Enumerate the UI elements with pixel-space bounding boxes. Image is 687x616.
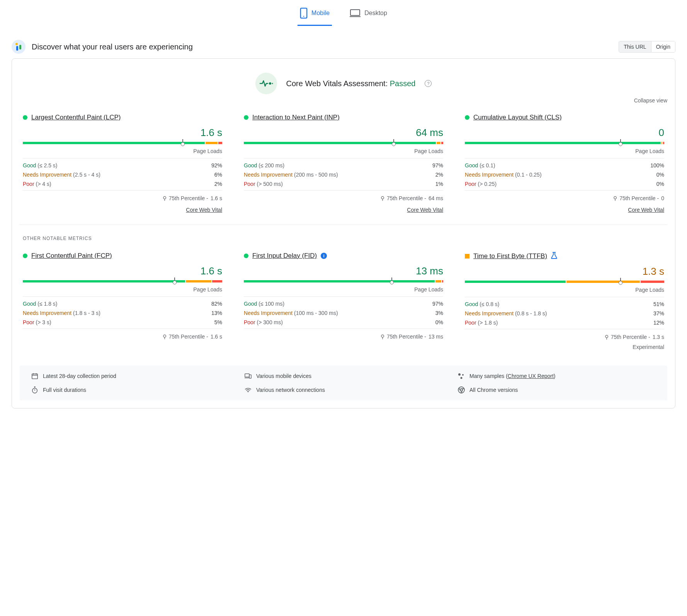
- svg-point-9: [462, 374, 464, 376]
- percentile-marker-icon: [182, 139, 183, 142]
- metric-inp-value: 64 ms: [244, 127, 443, 139]
- percentile-marker-icon: [620, 139, 621, 142]
- metric-fcp-name[interactable]: First Contentful Paint (FCP): [31, 252, 112, 260]
- percentile-row: ⚲75th Percentile - 1.3 s: [465, 334, 664, 340]
- pin-icon: ⚲: [381, 195, 384, 201]
- cwv-metrics-grid: Largest Contentful Paint (LCP) 1.6 s Pag…: [20, 114, 667, 225]
- metric-fcp-value: 1.6 s: [23, 265, 222, 277]
- cwv-link[interactable]: Core Web Vital: [186, 207, 222, 213]
- page-loads-label: Page Loads: [244, 148, 443, 154]
- scope-origin[interactable]: Origin: [651, 41, 675, 52]
- svg-rect-2: [350, 10, 360, 15]
- page-title: Discover what your real users are experi…: [32, 43, 193, 51]
- metric-fid-name[interactable]: First Input Delay (FID): [252, 252, 317, 260]
- footer-info: Latest 28-day collection period Various …: [20, 366, 667, 400]
- svg-rect-5: [32, 374, 37, 379]
- status-dot-icon: [244, 115, 248, 120]
- pin-icon: ⚲: [605, 334, 609, 340]
- experimental-label: Experimental: [465, 344, 664, 350]
- assessment-row: Core Web Vitals Assessment: Passed ?: [20, 73, 667, 94]
- percentile-marker-icon: [174, 277, 175, 281]
- pin-icon: ⚲: [381, 334, 384, 340]
- metric-fcp: First Contentful Paint (FCP) 1.6 s Page …: [20, 252, 225, 362]
- metric-inp: Interaction to Next Paint (INP) 64 ms Pa…: [241, 114, 446, 225]
- wifi-icon: [245, 386, 252, 393]
- header-row: Discover what your real users are experi…: [12, 40, 675, 54]
- other-metrics-title: OTHER NOTABLE METRICS: [23, 236, 667, 241]
- svg-point-4: [272, 83, 273, 84]
- metric-lcp-bar: [23, 142, 222, 144]
- chrome-icon: [458, 386, 465, 393]
- metric-ttfb-name[interactable]: Time to First Byte (TTFB): [473, 252, 547, 260]
- percentile-row: ⚲75th Percentile - 64 ms: [244, 195, 443, 201]
- percentile-row: ⚲75th Percentile - 1.6 s: [23, 334, 222, 340]
- svg-point-10: [461, 377, 463, 379]
- help-icon[interactable]: ?: [425, 80, 432, 87]
- percentile-marker-icon: [391, 277, 392, 281]
- collapse-view-link[interactable]: Collapse view: [634, 97, 667, 104]
- percentile-row: ⚲75th Percentile - 13 ms: [244, 334, 443, 340]
- svg-rect-6: [245, 374, 249, 377]
- desktop-icon: [350, 9, 361, 18]
- metric-ttfb-bar: [465, 281, 664, 283]
- svg-point-1: [303, 16, 304, 17]
- metric-lcp-value: 1.6 s: [23, 127, 222, 139]
- page-loads-label: Page Loads: [23, 148, 222, 154]
- scatter-icon: [458, 373, 465, 379]
- metric-ttfb: Time to First Byte (TTFB) 1.3 s Page Loa…: [462, 252, 667, 362]
- footer-durations: Full visit durations: [31, 386, 229, 393]
- metric-fid-value: 13 ms: [244, 265, 443, 277]
- flask-icon[interactable]: [551, 252, 557, 260]
- page-loads-label: Page Loads: [244, 286, 443, 293]
- svg-point-12: [248, 392, 248, 393]
- assessment-text: Core Web Vitals Assessment: Passed: [286, 79, 416, 88]
- status-dot-icon: [244, 254, 248, 258]
- assessment-status: Passed: [390, 79, 416, 88]
- status-square-icon: [465, 254, 469, 259]
- metric-lcp: Largest Contentful Paint (LCP) 1.6 s Pag…: [20, 114, 225, 225]
- cwv-link[interactable]: Core Web Vital: [628, 207, 664, 213]
- footer-period: Latest 28-day collection period: [31, 373, 229, 379]
- pin-icon: ⚲: [613, 195, 617, 201]
- pulse-icon: [255, 73, 277, 94]
- metric-fcp-bar: [23, 280, 222, 282]
- device-tabs: Mobile Desktop: [12, 4, 675, 26]
- other-metrics-grid: First Contentful Paint (FCP) 1.6 s Page …: [20, 252, 667, 362]
- tab-mobile[interactable]: Mobile: [298, 4, 332, 26]
- metric-inp-name[interactable]: Interaction to Next Paint (INP): [252, 114, 340, 121]
- status-dot-icon: [23, 115, 27, 120]
- devices-icon: [245, 373, 252, 379]
- cwv-link[interactable]: Core Web Vital: [407, 207, 443, 213]
- stopwatch-icon: [31, 386, 38, 393]
- field-data-icon: [12, 40, 26, 54]
- status-dot-icon: [23, 254, 27, 258]
- metric-fid: First Input Delay (FID) i 13 ms Page Loa…: [241, 252, 446, 362]
- metric-cls-name[interactable]: Cumulative Layout Shift (CLS): [473, 114, 562, 121]
- footer-network: Various network connections: [245, 386, 442, 393]
- info-icon[interactable]: i: [321, 253, 327, 259]
- svg-point-3: [269, 82, 271, 85]
- pin-icon: ⚲: [163, 195, 167, 201]
- percentile-row: ⚲75th Percentile - 0: [465, 195, 664, 201]
- chrome-ux-report-link[interactable]: Chrome UX Report: [508, 373, 554, 379]
- page-loads-label: Page Loads: [23, 286, 222, 293]
- footer-chrome: All Chrome versions: [458, 386, 656, 393]
- metric-fid-bar: [244, 280, 443, 282]
- footer-samples: Many samples (Chrome UX Report): [458, 373, 656, 379]
- tab-desktop[interactable]: Desktop: [347, 4, 389, 26]
- page-loads-label: Page Loads: [465, 287, 664, 293]
- scope-this-url[interactable]: This URL: [619, 41, 651, 52]
- metric-cls-bar: [465, 142, 664, 144]
- pin-icon: ⚲: [163, 334, 167, 340]
- header-left: Discover what your real users are experi…: [12, 40, 193, 54]
- collapse-row: Collapse view: [20, 97, 667, 114]
- scope-toggle: This URL Origin: [619, 41, 675, 53]
- page-loads-label: Page Loads: [465, 148, 664, 154]
- status-dot-icon: [465, 115, 469, 120]
- metric-lcp-name[interactable]: Largest Contentful Paint (LCP): [31, 114, 121, 121]
- assessment-label: Core Web Vitals Assessment:: [286, 79, 390, 88]
- metric-inp-bar: [244, 142, 443, 144]
- calendar-icon: [31, 373, 38, 379]
- field-data-panel: Core Web Vitals Assessment: Passed ? Col…: [12, 58, 675, 408]
- svg-point-8: [458, 373, 461, 376]
